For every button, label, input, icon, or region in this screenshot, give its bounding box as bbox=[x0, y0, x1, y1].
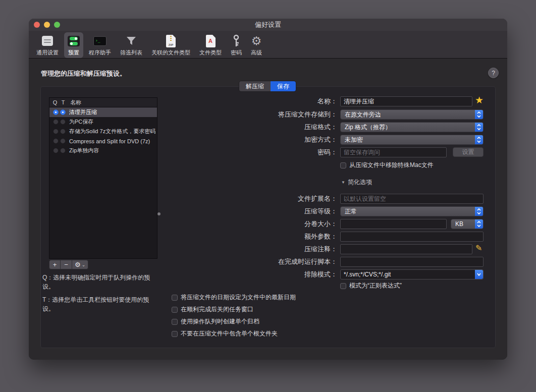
destination-popup[interactable]: 在原文件旁边 bbox=[340, 109, 484, 120]
preferences-toolbar: 通用设置 预置 ›_ 程序助手 筛选列表 ZIP 关联的文件类型 A 文件类型 bbox=[29, 31, 507, 59]
minimize-button[interactable] bbox=[44, 22, 50, 28]
destination-label: 将压缩文件存储到： bbox=[278, 109, 337, 120]
set-password-button[interactable]: 设置 bbox=[453, 147, 484, 157]
popup-chevrons-icon bbox=[475, 135, 483, 144]
preset-actions-menu-button[interactable]: ⚙ ⌄ bbox=[72, 260, 88, 269]
queue-radio[interactable] bbox=[53, 129, 59, 134]
terminal-icon: ›_ bbox=[93, 34, 106, 48]
regex-checkbox[interactable] bbox=[340, 283, 346, 289]
preset-table: Q T 名称 清理并压缩 为PC保存 bbox=[49, 97, 157, 259]
toolbar-radio[interactable] bbox=[60, 109, 66, 115]
run-script-label: 在完成时运行脚本： bbox=[278, 257, 337, 267]
funnel-icon bbox=[125, 34, 137, 48]
toolbar-radio[interactable] bbox=[60, 129, 66, 134]
exclude-label: 排除模式： bbox=[304, 269, 337, 279]
comment-input[interactable] bbox=[340, 244, 472, 254]
key-icon bbox=[233, 34, 240, 48]
encryption-label: 加密方式： bbox=[304, 135, 337, 145]
toolbar-item-passwords[interactable]: 密码 bbox=[227, 32, 245, 58]
zoom-button[interactable] bbox=[54, 22, 60, 28]
toolbar-item-label: 密码 bbox=[231, 49, 242, 57]
option-checkbox-row: 在顺利完成后关闭任务窗口 bbox=[172, 305, 296, 314]
format-popup[interactable]: Zip 格式（推荐） bbox=[340, 122, 484, 132]
preset-row[interactable]: Zip单独内容 bbox=[49, 146, 157, 155]
name-input[interactable] bbox=[340, 96, 472, 106]
column-header-name[interactable]: 名称 bbox=[70, 99, 81, 106]
option-checkbox-row: 将压缩文件的日期设定为文件中的最新日期 bbox=[172, 293, 296, 302]
exclude-combo[interactable]: */.svn;*/CVS;*/.git bbox=[340, 269, 484, 279]
column-header-t[interactable]: T bbox=[60, 99, 67, 105]
remove-preset-button[interactable]: − bbox=[61, 260, 72, 269]
option-checkbox-row: 使用操作队列时创建单个归档 bbox=[172, 317, 296, 326]
tab-save[interactable]: 保存 bbox=[271, 81, 296, 91]
popup-chevrons-icon bbox=[475, 110, 483, 119]
format-label: 压缩格式： bbox=[304, 122, 337, 132]
toolbar-radio[interactable] bbox=[60, 119, 66, 125]
destination-value: 在原文件旁边 bbox=[341, 110, 475, 119]
traffic-lights bbox=[34, 22, 60, 28]
split-size-unit-popup[interactable]: KB bbox=[451, 219, 484, 229]
format-value: Zip 格式（推荐） bbox=[341, 123, 475, 132]
remove-mac-files-checkbox[interactable] bbox=[340, 162, 346, 169]
run-script-input[interactable] bbox=[340, 257, 484, 267]
option-checkbox[interactable] bbox=[172, 307, 178, 313]
extra-params-input[interactable] bbox=[340, 232, 484, 242]
exclude-value: */.svn;*/CVS;*/.git bbox=[341, 271, 475, 278]
help-button[interactable]: ? bbox=[488, 68, 499, 78]
add-preset-button[interactable]: + bbox=[49, 260, 61, 269]
toolbar-item-label: 关联的文件类型 bbox=[151, 49, 190, 57]
option-label: 不要在压缩文件中包含单个根文件夹 bbox=[181, 329, 278, 338]
regex-label: 模式为“正则表达式” bbox=[349, 282, 402, 290]
column-header-q[interactable]: Q bbox=[51, 99, 59, 105]
option-checkbox[interactable] bbox=[172, 319, 178, 325]
option-checkbox[interactable] bbox=[172, 331, 178, 337]
preset-name: 清理并压缩 bbox=[69, 108, 97, 116]
preset-name: 为PC保存 bbox=[69, 118, 93, 126]
split-size-input[interactable] bbox=[340, 219, 447, 229]
preset-rows: 清理并压缩 为PC保存 存储为Solid 7z文件格式，要求密码 bbox=[49, 107, 157, 155]
toolbar-item-general[interactable]: 通用设置 bbox=[33, 32, 62, 58]
queue-radio[interactable] bbox=[53, 119, 59, 125]
level-popup[interactable]: 正常 bbox=[340, 206, 484, 216]
split-size-unit-value: KB bbox=[451, 220, 475, 228]
presets-toggles-icon bbox=[68, 34, 80, 48]
preset-row[interactable]: 清理并压缩 bbox=[49, 107, 157, 117]
toolbar-radio[interactable] bbox=[60, 148, 66, 153]
option-label: 使用操作队列时创建单个归档 bbox=[181, 317, 259, 326]
option-checkbox[interactable] bbox=[172, 295, 178, 301]
name-label: 名称： bbox=[317, 96, 337, 106]
queue-radio[interactable] bbox=[53, 109, 59, 115]
splitter-handle[interactable] bbox=[157, 212, 160, 215]
toolbar-item-associated-filetypes[interactable]: ZIP 关联的文件类型 bbox=[148, 32, 194, 58]
toolbar-item-filetypes[interactable]: A 文件类型 bbox=[196, 32, 225, 58]
gear-icon: ⚙ bbox=[75, 261, 81, 268]
toolbar-item-label: 筛选列表 bbox=[120, 49, 142, 57]
toolbar-radio[interactable] bbox=[60, 138, 66, 144]
disclosure-triangle-icon: ▼ bbox=[341, 180, 345, 185]
preset-row[interactable]: 存储为Solid 7z文件格式，要求密码 bbox=[49, 127, 157, 136]
password-input[interactable] bbox=[340, 147, 447, 157]
option-label: 将压缩文件的日期设定为文件中的最新日期 bbox=[181, 293, 296, 302]
preset-name: Compress and Split for DVD (7z) bbox=[69, 138, 150, 144]
queue-radio[interactable] bbox=[53, 148, 59, 153]
preset-row[interactable]: Compress and Split for DVD (7z) bbox=[49, 136, 157, 146]
toolbar-item-helper[interactable]: ›_ 程序助手 bbox=[85, 32, 115, 58]
preset-row[interactable]: 为PC保存 bbox=[49, 117, 157, 127]
toolbar-item-presets[interactable]: 预置 bbox=[64, 32, 83, 58]
zip-document-icon: ZIP bbox=[166, 34, 176, 48]
close-button[interactable] bbox=[34, 22, 40, 28]
toolbar-item-filter-list[interactable]: 筛选列表 bbox=[117, 32, 146, 58]
edit-comment-icon[interactable]: ✎ bbox=[475, 243, 482, 253]
toolbar-item-label: 文件类型 bbox=[199, 49, 222, 57]
preferences-window: 偏好设置 通用设置 预置 ›_ 程序助手 筛选列表 ZIP 关联的文件类型 bbox=[29, 19, 507, 360]
combo-chevron-icon bbox=[475, 270, 483, 279]
star-icon[interactable]: ★ bbox=[475, 94, 484, 106]
tab-extract[interactable]: 解压缩 bbox=[239, 81, 271, 91]
pane-description: 管理您的压缩和解压缩预设。 bbox=[41, 69, 126, 78]
simplified-options-disclosure[interactable]: ▼ 简化选项 bbox=[341, 178, 372, 187]
toolbar-item-advanced[interactable]: ⚙ 高级 bbox=[247, 32, 265, 58]
extension-input[interactable] bbox=[340, 194, 484, 204]
queue-radio[interactable] bbox=[53, 138, 59, 144]
level-label: 压缩等级： bbox=[304, 206, 337, 216]
encryption-popup[interactable]: 未加密 bbox=[340, 135, 484, 145]
